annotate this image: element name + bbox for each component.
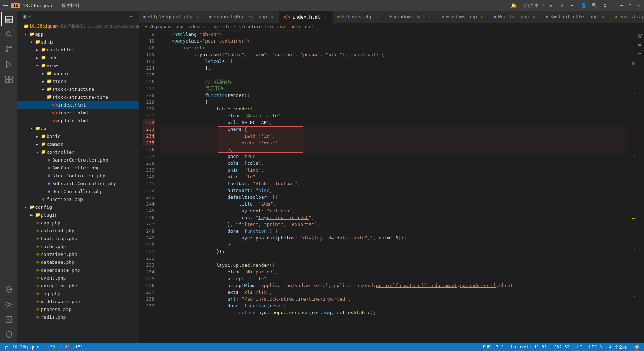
tab-bootstrap[interactable]: ⚙ bootstrap.php ✕ bbox=[610, 11, 644, 23]
tab-close-bat[interactable]: ✕ bbox=[427, 14, 433, 20]
breadcrumb-sst[interactable]: stock-structure-time bbox=[223, 24, 275, 29]
sidebar-item-common[interactable]: ▶ 📁 common bbox=[17, 140, 139, 148]
menu-icon[interactable] bbox=[3, 3, 9, 8]
sidebar-item-database[interactable]: ⚙ database.php bbox=[17, 258, 139, 266]
sidebar-item-banner-controller[interactable]: ◉ BannerController.php bbox=[17, 156, 139, 164]
sidebar-item-exception[interactable]: ⚙ exception.php bbox=[17, 282, 139, 290]
tab-index-html[interactable]: </> index.html ✕ bbox=[279, 11, 333, 23]
maximize-button[interactable]: □ bbox=[628, 3, 633, 8]
code-content[interactable]: <html lang="zh-cn"> <body class="pear-co… bbox=[157, 31, 630, 343]
sidebar-item-autoload[interactable]: ⚙ autoload.php bbox=[17, 227, 139, 234]
sidebar-item-stock-structure-time[interactable]: ▾ 📁 stock-structure-time bbox=[17, 93, 139, 101]
tab-close-index[interactable]: ✕ bbox=[323, 14, 328, 20]
tab-windows-php[interactable]: ⚙ windows.php ✕ bbox=[437, 11, 489, 23]
sidebar-item-log[interactable]: ⚙ log.php bbox=[17, 290, 139, 297]
sidebar-item-subscribe-controller[interactable]: ◉ SubscribeController.php bbox=[17, 179, 139, 187]
tab-sms[interactable]: ◉ SmsController.php ✕ bbox=[541, 11, 610, 23]
remote-icon[interactable] bbox=[1, 282, 16, 297]
sidebar-item-config[interactable]: ▾ 📁 config bbox=[17, 203, 139, 211]
sidebar-item-insert-html[interactable]: </> insert.html bbox=[17, 109, 139, 117]
sidebar-collapse-icon[interactable]: ⋯ bbox=[130, 14, 133, 19]
status-encoding[interactable]: UTF-8 bbox=[587, 345, 603, 350]
sidebar-item-basic[interactable]: ▶ 📁 basic bbox=[17, 132, 139, 140]
sidebar-item-cache[interactable]: ⚙ cache.php bbox=[17, 242, 139, 250]
status-errors[interactable]: ✕ 45 bbox=[59, 345, 71, 350]
sidebar-item-dependence[interactable]: ⚙ dependence.php bbox=[17, 266, 139, 274]
close-button[interactable]: ✕ bbox=[636, 3, 641, 8]
tab-close-sms[interactable]: ✕ bbox=[600, 14, 606, 20]
sidebar-item-api[interactable]: ▾ 📁 api bbox=[17, 124, 139, 132]
minimize-button[interactable]: − bbox=[619, 3, 624, 8]
version-control[interactable]: 版本控制 bbox=[62, 3, 79, 9]
breadcrumb-file[interactable]: <> index.html bbox=[280, 24, 314, 29]
sidebar-item-app-php[interactable]: ⚙ app.php bbox=[17, 219, 139, 227]
tab-close-winphp[interactable]: ✕ bbox=[479, 14, 485, 20]
sidebar-item-app[interactable]: ▾ 📁 app bbox=[17, 30, 139, 38]
sidebar-item-container[interactable]: ⚙ container.php bbox=[17, 250, 139, 258]
sidebar-item-index-html[interactable]: </> index.html bbox=[17, 101, 139, 109]
breadcrumb-root[interactable]: 10.26qiquan bbox=[142, 24, 170, 29]
settings-icon[interactable]: ⚙ bbox=[601, 2, 609, 9]
right-icon-1[interactable] bbox=[636, 32, 643, 39]
search-icon[interactable]: 🔍 bbox=[591, 2, 598, 9]
explorer-icon[interactable] bbox=[1, 12, 16, 26]
sidebar-item-redis[interactable]: ⚙ redis.php bbox=[17, 313, 139, 321]
sidebar-item-view[interactable]: ▾ 📁 view bbox=[17, 61, 139, 69]
sidebar-item-admin[interactable]: ▾ 📁 admin bbox=[17, 38, 139, 46]
git-icon[interactable] bbox=[1, 42, 16, 56]
sidebar-item-process[interactable]: ⚙ process.php bbox=[17, 305, 139, 313]
sidebar-item-functions[interactable]: ⚙ functions.php bbox=[17, 195, 139, 203]
tab-close-monitor[interactable]: ✕ bbox=[531, 14, 537, 20]
sidebar-item-event[interactable]: ⚙ event.php bbox=[17, 274, 139, 282]
debug-icon[interactable]: ⚡ bbox=[558, 2, 566, 9]
tab-close-http[interactable]: ✕ bbox=[195, 14, 200, 20]
bottom-icon-3[interactable] bbox=[1, 312, 16, 327]
account-icon[interactable]: 👤 bbox=[580, 2, 587, 9]
sidebar-root[interactable]: ▾ 📁 10.26qiquan 源代码根目录: E:\Backend\10.26… bbox=[17, 22, 139, 30]
current-file-label[interactable]: 当前文件 bbox=[521, 3, 538, 9]
sidebar-item-controller[interactable]: ▶ 📁 controller bbox=[17, 46, 139, 54]
right-icon-3[interactable]: ⋯ bbox=[636, 49, 643, 56]
status-notification-icon[interactable]: 🔔 bbox=[633, 345, 641, 350]
code-editor[interactable]: 9 10 86 155 163 224 225 226 227 228 229 … bbox=[139, 31, 635, 343]
sidebar-item-stock-structure[interactable]: ▶ 📁 stock-structure bbox=[17, 85, 139, 93]
tab-http-request[interactable]: ◉ Http\Request.php ✕ bbox=[139, 11, 205, 23]
sidebar-item-update-html[interactable]: </> update.html bbox=[17, 117, 139, 124]
right-icon-2[interactable] bbox=[636, 41, 643, 48]
sidebar-item-middleware[interactable]: ⚙ middleware.php bbox=[17, 297, 139, 305]
status-php[interactable]: PHP: 7.2 bbox=[482, 345, 505, 350]
status-position[interactable]: 232:32 bbox=[553, 345, 571, 350]
sidebar-item-plugin[interactable]: ▶ 📁 plugin bbox=[17, 211, 139, 219]
breadcrumb-admin[interactable]: admin bbox=[189, 24, 202, 29]
sidebar-item-bootstrap-php[interactable]: ⚙ bootstrap.php bbox=[17, 234, 139, 242]
tab-close-support[interactable]: ✕ bbox=[269, 14, 275, 20]
tab-monitor[interactable]: ◉ Monitor.php ✕ bbox=[489, 11, 542, 23]
search-activity-icon[interactable] bbox=[1, 27, 16, 41]
sidebar-item-user-controller[interactable]: ◉ UserController.php bbox=[17, 187, 139, 195]
breadcrumb-app[interactable]: app bbox=[176, 24, 184, 29]
debug-activity-icon[interactable] bbox=[1, 57, 16, 71]
tab-helpers[interactable]: ⚙ helpers.php ✕ bbox=[333, 11, 385, 23]
sidebar-item-stock[interactable]: ▶ 📁 stock bbox=[17, 77, 139, 85]
extensions-icon[interactable] bbox=[1, 72, 16, 86]
breadcrumb-view[interactable]: view bbox=[207, 24, 218, 29]
sidebar-item-sms-controller[interactable]: ◉ SmsController.php bbox=[17, 164, 139, 172]
status-line-ending[interactable]: LF bbox=[575, 345, 583, 350]
tab-support-request[interactable]: ◉ support\Request.php ✕ bbox=[205, 11, 279, 23]
sidebar-item-stock-controller[interactable]: ◉ StockController.php bbox=[17, 172, 139, 179]
status-hints[interactable]: ℹ 51 bbox=[74, 345, 84, 350]
sidebar-item-banner[interactable]: ▶ 📁 banner bbox=[17, 69, 139, 77]
run-icon[interactable]: ▶ bbox=[548, 2, 555, 9]
tab-close-helpers[interactable]: ✕ bbox=[375, 14, 380, 20]
tab-windows-bat[interactable]: ⚙ windows.bat ✕ bbox=[385, 11, 437, 23]
notification-icon[interactable]: 🔔 bbox=[510, 2, 517, 9]
scroll-thumb[interactable] bbox=[632, 62, 635, 65]
vertical-scrollbar[interactable] bbox=[630, 31, 635, 343]
status-warnings[interactable]: ⚠ 33 bbox=[45, 345, 57, 350]
more-icon[interactable]: ⋯ bbox=[569, 2, 576, 9]
sidebar-item-model[interactable]: ▶ 📁 model bbox=[17, 54, 139, 61]
status-branch[interactable]: 10.26qiquan bbox=[3, 345, 42, 350]
bottom-icon-2[interactable] bbox=[1, 297, 16, 312]
status-framework[interactable]: Laravel: 11.31 bbox=[509, 345, 548, 350]
status-spaces[interactable]: 4 个空格 bbox=[608, 344, 629, 350]
